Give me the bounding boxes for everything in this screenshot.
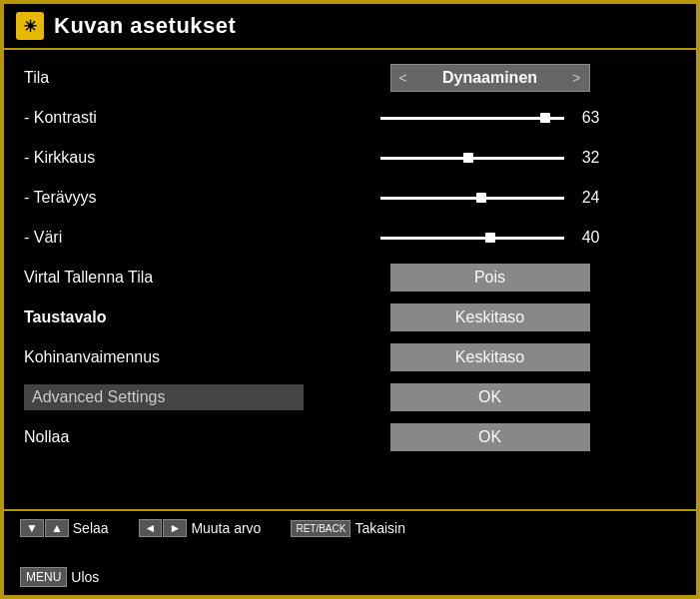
settings-row-kirkkaus: - Kirkkaus32 — [24, 140, 676, 176]
settings-row-kontrasti: - Kontrasti63 — [24, 100, 676, 136]
slider-kontrasti[interactable]: 63 — [380, 109, 600, 127]
tila-selector[interactable]: <Dynaaminen> — [390, 64, 590, 92]
label-terävyys: - Terävyys — [24, 189, 304, 207]
right-arrow-icon[interactable]: ► — [163, 519, 187, 537]
slider-value-kontrasti: 63 — [572, 109, 600, 127]
btn-kohinanvaimennus[interactable]: Keskitaso — [390, 343, 590, 371]
down-arrow-icon[interactable]: ▼ — [20, 519, 44, 537]
control-kirkkaus: 32 — [304, 149, 676, 167]
slider-kirkkaus[interactable]: 32 — [380, 149, 600, 167]
slider-terävyys[interactable]: 24 — [380, 189, 600, 207]
back-label: Takaisin — [354, 520, 405, 536]
slider-value-väri: 40 — [572, 229, 600, 247]
control-terävyys: 24 — [304, 189, 676, 207]
btn-advanced-settings[interactable]: OK — [390, 383, 590, 411]
menu-label: Ulos — [71, 569, 99, 585]
control-virtal-tallenna: Pois — [304, 264, 676, 292]
settings-row-kohinanvaimennus: KohinanvaimennusKeskitaso — [24, 339, 676, 375]
slider-track-kontrasti — [380, 117, 564, 120]
bottom-bar: ▼ ▲ Selaa ◄ ► Muuta arvo RET/BACK Takais… — [4, 509, 696, 595]
tila-value: Dynaaminen — [442, 69, 537, 87]
label-nollaa: Nollaa — [24, 428, 304, 446]
label-advanced-settings: Advanced Settings — [24, 384, 304, 410]
nav-change: ◄ ► Muuta arvo — [139, 519, 262, 537]
control-kohinanvaimennus: Keskitaso — [304, 343, 676, 371]
title-icon: ☀ — [16, 12, 44, 40]
change-label: Muuta arvo — [191, 520, 261, 536]
label-taustavalo: Taustavalo — [24, 308, 304, 326]
control-kontrasti: 63 — [304, 109, 676, 127]
slider-thumb-väri[interactable] — [485, 233, 495, 243]
browse-label: Selaa — [73, 520, 109, 536]
settings-row-väri: - Väri40 — [24, 220, 676, 256]
tila-right-arrow-icon[interactable]: > — [572, 70, 580, 86]
label-virtal-tallenna: Virtal Tallenna Tila — [24, 269, 304, 287]
slider-thumb-kontrasti[interactable] — [540, 113, 550, 123]
slider-track-terävyys — [380, 197, 564, 200]
label-kontrasti: - Kontrasti — [24, 109, 304, 127]
nav-menu-row: MENU Ulos — [20, 567, 680, 587]
control-tila: <Dynaaminen> — [304, 64, 676, 92]
settings-row-taustavalo: TaustavaloKeskitaso — [24, 300, 676, 335]
nav-browse: ▼ ▲ Selaa — [20, 519, 109, 537]
title-bar: ☀ Kuvan asetukset — [4, 4, 696, 50]
tila-left-arrow-icon[interactable]: < — [399, 70, 407, 86]
label-väri: - Väri — [24, 229, 304, 247]
up-arrow-icon[interactable]: ▲ — [45, 519, 69, 537]
menu-button[interactable]: MENU — [20, 567, 67, 587]
slider-track-kirkkaus — [380, 157, 564, 160]
page-title: Kuvan asetukset — [54, 13, 236, 39]
settings-row-tila: Tila<Dynaaminen> — [24, 60, 676, 96]
settings-row-advanced-settings: Advanced SettingsOK — [24, 379, 676, 415]
control-väri: 40 — [304, 229, 676, 247]
settings-row-nollaa: NollaaOK — [24, 419, 676, 455]
slider-track-väri — [380, 237, 564, 240]
slider-thumb-terävyys[interactable] — [476, 193, 486, 203]
btn-nollaa[interactable]: OK — [390, 423, 590, 451]
slider-väri[interactable]: 40 — [380, 229, 600, 247]
slider-value-kirkkaus: 32 — [572, 149, 600, 167]
control-nollaa: OK — [304, 423, 676, 451]
label-tila: Tila — [24, 69, 304, 87]
slider-thumb-kirkkaus[interactable] — [463, 153, 473, 163]
left-arrow-icon[interactable]: ◄ — [139, 519, 163, 537]
btn-taustavalo[interactable]: Keskitaso — [390, 303, 590, 331]
tv-frame: ☀ Kuvan asetukset Tila<Dynaaminen>- Kont… — [0, 0, 700, 599]
label-kohinanvaimennus: Kohinanvaimennus — [24, 348, 304, 366]
change-icon: ◄ ► — [139, 519, 188, 537]
settings-row-terävyys: - Terävyys24 — [24, 180, 676, 216]
main-content: Tila<Dynaaminen>- Kontrasti63- Kirkkaus3… — [4, 50, 696, 509]
settings-row-virtal-tallenna: Virtal Tallenna TilaPois — [24, 260, 676, 296]
nav-back: RET/BACK Takaisin — [291, 520, 405, 537]
ret-back-button[interactable]: RET/BACK — [291, 520, 350, 537]
slider-value-terävyys: 24 — [572, 189, 600, 207]
control-advanced-settings: OK — [304, 383, 676, 411]
control-taustavalo: Keskitaso — [304, 303, 676, 331]
btn-virtal-tallenna[interactable]: Pois — [390, 264, 590, 292]
label-kirkkaus: - Kirkkaus — [24, 149, 304, 167]
browse-icon: ▼ ▲ — [20, 519, 69, 537]
